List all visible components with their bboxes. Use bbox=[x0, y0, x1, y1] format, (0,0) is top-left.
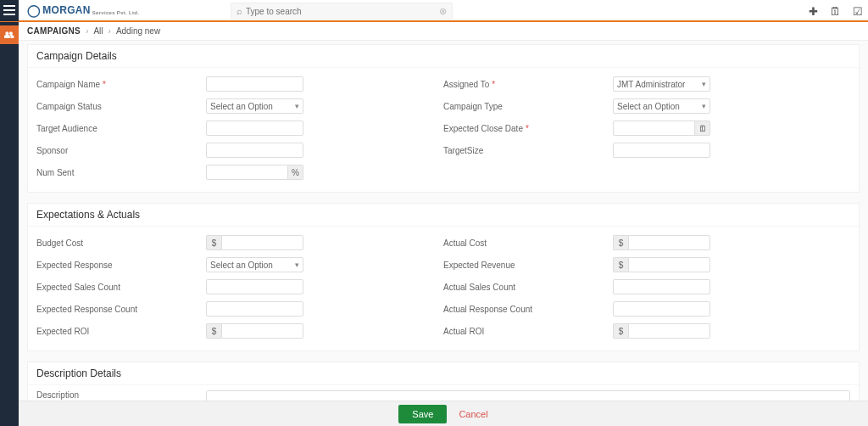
label-actual-roi: Actual ROI bbox=[443, 327, 613, 336]
label-assigned-to: Assigned To* bbox=[443, 80, 613, 89]
calendar-picker-icon[interactable]: 🗓︎ bbox=[695, 121, 710, 136]
label-expected-sales-count: Expected Sales Count bbox=[36, 283, 206, 292]
form-content: Campaign Details Campaign Name* Assigned… bbox=[19, 41, 868, 401]
label-actual-response-count: Actual Response Count bbox=[443, 305, 613, 314]
chevron-right-icon: › bbox=[86, 26, 88, 36]
logo-mark-icon: ◯ bbox=[27, 3, 41, 17]
budget-cost-field[interactable] bbox=[221, 235, 303, 250]
campaign-status-select[interactable]: Select an Option bbox=[206, 98, 303, 114]
currency-addon: $ bbox=[613, 323, 628, 339]
panel-header: Expectations & Actuals bbox=[28, 204, 859, 227]
assigned-to-select[interactable]: JMT Administrator bbox=[613, 76, 710, 92]
logo-text: MORGAN bbox=[42, 4, 90, 16]
label-campaign-type: Campaign Type bbox=[443, 102, 613, 111]
checkbox-icon[interactable]: ☑︎ bbox=[853, 5, 863, 18]
save-button[interactable]: Save bbox=[398, 405, 447, 423]
panel-header: Description Details bbox=[28, 362, 859, 385]
add-icon[interactable]: ✚ bbox=[809, 5, 818, 18]
panel-header: Campaign Details bbox=[28, 45, 859, 68]
label-description: Description bbox=[36, 390, 206, 401]
panel-description: Description Details Description bbox=[27, 362, 860, 401]
action-bar: Save Cancel bbox=[19, 401, 868, 426]
expected-revenue-field[interactable] bbox=[628, 257, 710, 272]
search-input[interactable] bbox=[246, 7, 439, 16]
breadcrumb-all[interactable]: All bbox=[93, 26, 103, 36]
actual-response-count-field[interactable] bbox=[613, 301, 710, 317]
currency-addon: $ bbox=[206, 235, 221, 250]
target-size-field[interactable] bbox=[613, 143, 710, 158]
label-expected-response: Expected Response bbox=[36, 261, 206, 270]
label-expected-roi: Expected ROI bbox=[36, 327, 206, 336]
label-campaign-name: Campaign Name* bbox=[36, 80, 206, 89]
expected-close-date-field[interactable] bbox=[613, 121, 695, 136]
label-campaign-status: Campaign Status bbox=[36, 102, 206, 111]
campaign-type-select[interactable]: Select an Option bbox=[613, 98, 710, 114]
cancel-button[interactable]: Cancel bbox=[459, 409, 487, 419]
top-right-icons: ✚ 🗓︎ ☑︎ bbox=[809, 0, 863, 22]
logo-subtext: Services Pvt. Ltd. bbox=[92, 10, 139, 15]
sponsor-field[interactable] bbox=[206, 143, 303, 158]
target-audience-field[interactable] bbox=[206, 121, 303, 136]
actual-cost-field[interactable] bbox=[628, 235, 710, 250]
chevron-right-icon: › bbox=[108, 26, 111, 36]
label-budget-cost: Budget Cost bbox=[36, 238, 206, 248]
label-target-size: TargetSize bbox=[443, 146, 613, 155]
label-expected-response-count: Expected Response Count bbox=[36, 305, 206, 314]
campaign-name-field[interactable] bbox=[206, 76, 303, 92]
currency-addon: $ bbox=[613, 235, 628, 250]
label-sponsor: Sponsor bbox=[36, 146, 206, 155]
expected-response-count-field[interactable] bbox=[206, 301, 303, 317]
percent-addon: % bbox=[288, 165, 303, 180]
label-actual-cost: Actual Cost bbox=[443, 238, 613, 248]
actual-sales-count-field[interactable] bbox=[613, 279, 710, 294]
expected-roi-field[interactable] bbox=[221, 323, 303, 339]
panel-campaign-details: Campaign Details Campaign Name* Assigned… bbox=[27, 44, 860, 193]
panel-expectations: Expectations & Actuals Budget Cost $ Act… bbox=[27, 203, 860, 351]
clear-icon[interactable]: ⊗ bbox=[439, 6, 447, 17]
breadcrumb-current: Adding new bbox=[116, 26, 160, 36]
brand-logo: ◯ MORGAN Services Pvt. Ltd. bbox=[27, 3, 139, 17]
expected-sales-count-field[interactable] bbox=[206, 279, 303, 294]
label-expected-revenue: Expected Revenue bbox=[443, 261, 613, 270]
global-search[interactable]: ⌕ ⊗ bbox=[231, 3, 453, 20]
description-field[interactable] bbox=[206, 390, 850, 401]
sidebar: 👥︎ bbox=[0, 22, 19, 426]
label-expected-close-date: Expected Close Date* bbox=[443, 124, 613, 133]
breadcrumb: CAMPAIGNS › All › Adding new bbox=[19, 22, 868, 41]
label-target-audience: Target Audience bbox=[36, 124, 206, 133]
currency-addon: $ bbox=[206, 323, 221, 339]
expected-response-select[interactable]: Select an Option bbox=[206, 257, 303, 272]
num-sent-field[interactable] bbox=[206, 165, 288, 180]
sidebar-item-campaigns[interactable]: 👥︎ bbox=[0, 25, 19, 44]
topbar: ◯ MORGAN Services Pvt. Ltd. ⌕ ⊗ ✚ 🗓︎ ☑︎ bbox=[0, 0, 868, 22]
label-actual-sales-count: Actual Sales Count bbox=[443, 283, 613, 292]
menu-toggle[interactable] bbox=[0, 0, 19, 21]
actual-roi-field[interactable] bbox=[628, 323, 710, 339]
people-icon: 👥︎ bbox=[4, 29, 14, 41]
breadcrumb-root[interactable]: CAMPAIGNS bbox=[27, 26, 81, 36]
calendar-icon[interactable]: 🗓︎ bbox=[830, 5, 841, 18]
label-num-sent: Num Sent bbox=[36, 168, 206, 177]
search-icon: ⌕ bbox=[236, 6, 242, 16]
currency-addon: $ bbox=[613, 257, 628, 272]
